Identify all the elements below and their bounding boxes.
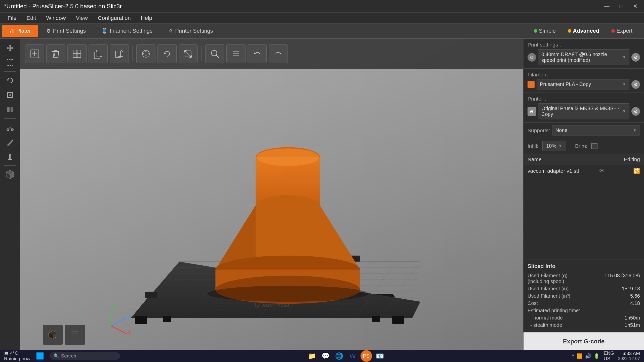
vp-sep-1: [132, 46, 133, 61]
language-indicator[interactable]: ENG US: [604, 350, 614, 361]
vp-redo-btn[interactable]: [269, 44, 288, 63]
svg-rect-16: [8, 159, 12, 160]
tool-cut[interactable]: [2, 121, 18, 134]
menu-help[interactable]: Help: [136, 13, 157, 23]
time-text: 6:33 AM: [618, 351, 640, 356]
visibility-icon[interactable]: 👁: [599, 168, 605, 174]
tray-chevron[interactable]: ^: [572, 353, 574, 359]
advanced-label: Advanced: [573, 28, 599, 34]
info-row-filament-in3: Used Filament (in³) 5.66: [528, 292, 640, 300]
taskbar-search[interactable]: 🔍 Search: [50, 352, 120, 360]
menu-edit[interactable]: Edit: [22, 13, 41, 23]
taskbar-prusaslicer-icon[interactable]: PS: [360, 350, 372, 362]
infill-dropdown[interactable]: 10% ▼: [542, 141, 566, 151]
close-button[interactable]: ✕: [630, 2, 640, 11]
vp-zoom-btn[interactable]: [205, 44, 224, 63]
export-gcode-button[interactable]: Export G-code: [524, 332, 644, 350]
filament-edit-icon[interactable]: ⚙: [631, 80, 640, 89]
taskbar-explorer-icon[interactable]: 📁: [306, 350, 318, 362]
taskbar-word-icon[interactable]: W: [347, 350, 358, 362]
print-settings-gear-icon[interactable]: ⚙: [528, 53, 536, 62]
layer-btn-slice[interactable]: [65, 325, 85, 345]
svg-rect-33: [77, 54, 81, 58]
layer-btn-3d[interactable]: [43, 325, 63, 345]
tab-print-settings-label: Print Settings: [53, 28, 86, 34]
taskbar-chrome-icon[interactable]: 🌐: [333, 350, 345, 362]
filament-value: Prusament PLA - Copy: [540, 81, 591, 87]
clock-widget[interactable]: 6:33 AM 2022-12-07: [618, 351, 640, 361]
tool-rotate[interactable]: [2, 74, 18, 87]
toolbar-separator-1: [4, 71, 16, 72]
info-label-filament-in3: Used Filament (in³): [528, 293, 570, 299]
tool-select[interactable]: [2, 56, 18, 69]
tab-printer-settings[interactable]: 🖨 Printer Settings: [161, 25, 220, 37]
layer-view-controls: [23, 325, 85, 345]
tab-printer-settings-label: Printer Settings: [175, 28, 213, 34]
tray-volume-icon[interactable]: 🔊: [585, 353, 591, 359]
tray-battery-icon[interactable]: 🔋: [594, 353, 600, 359]
info-row-cost: Cost 4.18: [528, 300, 640, 307]
mode-expert[interactable]: Expert: [607, 26, 637, 36]
info-label-normal-mode: - normal mode: [528, 315, 563, 321]
vp-delete-btn[interactable]: [46, 44, 65, 63]
filament-dropdown[interactable]: Prusament PLA - Copy ▼: [537, 79, 629, 89]
svg-line-96: [111, 318, 127, 326]
simple-dot: [534, 29, 537, 33]
minimize-button[interactable]: —: [601, 2, 612, 11]
viewport[interactable]: ORIGINAL PRUSA i3 MK3 by Josef Prusa: [20, 39, 523, 350]
tool-scale[interactable]: [2, 88, 18, 102]
tab-filament-settings[interactable]: 🧵 Filament Settings: [94, 25, 160, 37]
vp-rotate-btn[interactable]: [157, 44, 177, 63]
tray-network-icon[interactable]: 📶: [577, 353, 583, 359]
brim-checkbox[interactable]: [591, 143, 597, 149]
weather-widget[interactable]: 🌧 4°C Raining now: [4, 350, 30, 361]
window-controls: — □ ✕: [601, 2, 640, 11]
printer-edit-icon[interactable]: ⚙: [631, 107, 640, 116]
tab-plater[interactable]: 🖨 Plater: [2, 25, 38, 37]
tool-mirror[interactable]: [2, 103, 18, 116]
toolbar-separator-3: [4, 165, 16, 166]
menu-window[interactable]: Window: [42, 13, 70, 23]
tool-3d-cube[interactable]: [2, 168, 18, 181]
vp-add-btn[interactable]: [25, 44, 44, 63]
vp-undo-btn[interactable]: [248, 44, 267, 63]
mode-advanced[interactable]: Advanced: [563, 26, 604, 36]
vp-arrange-btn[interactable]: [67, 44, 87, 63]
vp-paste-btn[interactable]: [110, 44, 129, 63]
sliced-info: Sliced Info Used Filament (g)(including …: [524, 259, 644, 332]
printer-dropdown[interactable]: Original Prusa i3 MK3S & MK3S+ - Copy ▼: [538, 103, 629, 119]
start-button[interactable]: [34, 351, 46, 360]
mode-simple[interactable]: Simple: [529, 26, 560, 36]
maximize-button[interactable]: □: [617, 2, 625, 11]
menu-configuration[interactable]: Configuration: [93, 13, 135, 23]
vp-scale-btn[interactable]: [179, 44, 198, 63]
tab-print-settings[interactable]: ⚙ Print Settings: [39, 25, 93, 37]
vp-copy-btn[interactable]: [89, 44, 108, 63]
win-quad-tr: [40, 352, 44, 356]
print-settings-dropdown[interactable]: 0.40mm DRAFT @0.6 nozzle speed print (mo…: [538, 49, 629, 65]
info-row-filament-in: Used Filament (in) 1519.13: [528, 285, 640, 292]
taskbar-chat-icon[interactable]: 💬: [320, 350, 331, 362]
bed-scene[interactable]: ORIGINAL PRUSA i3 MK3 by Josef Prusa: [20, 69, 523, 350]
supports-dropdown[interactable]: None ▼: [552, 125, 640, 135]
vp-layers-btn[interactable]: [226, 44, 246, 63]
object-name: vaccum adapter v1.stl: [528, 168, 599, 174]
weather-icon: 🌧: [4, 350, 9, 356]
edit-object-icon[interactable]: 🔁: [633, 168, 640, 174]
vp-move-btn[interactable]: [136, 44, 155, 63]
tool-paint[interactable]: [2, 135, 18, 149]
tool-support[interactable]: [2, 150, 18, 163]
win-quad-br: [40, 356, 44, 359]
tool-move[interactable]: [2, 41, 18, 55]
print-settings-edit-icon[interactable]: ⚙: [631, 53, 640, 62]
menu-view[interactable]: View: [71, 13, 92, 23]
svg-marker-19: [9, 153, 11, 155]
svg-rect-85: [372, 316, 380, 322]
table-row[interactable]: vaccum adapter v1.stl 👁 🔁: [524, 165, 644, 177]
filament-color-dot[interactable]: [528, 81, 535, 88]
info-label-stealth-mode: - stealth mode: [528, 322, 562, 328]
printer-dropdown-arrow: ▼: [622, 109, 626, 114]
svg-rect-78: [145, 292, 157, 298]
menu-file[interactable]: File: [3, 13, 21, 23]
taskbar-email-icon[interactable]: 📧: [374, 350, 386, 362]
